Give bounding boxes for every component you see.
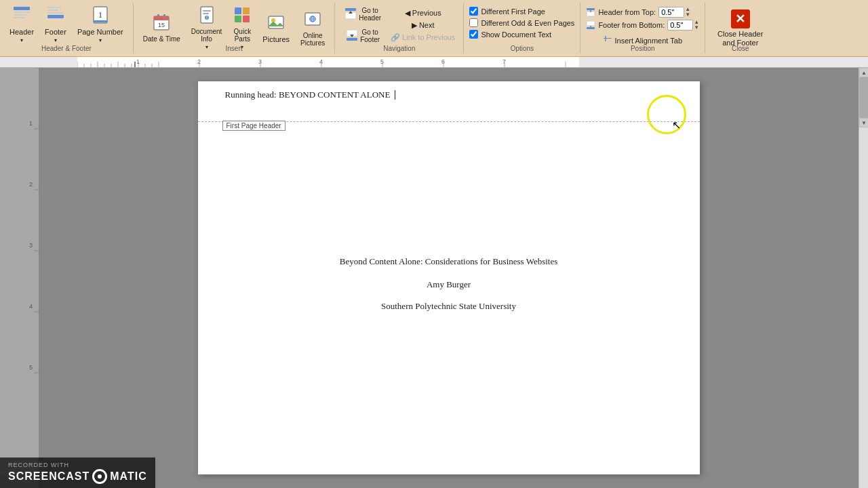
insert-alignment-tab-label: Insert Alignment Tab [615,37,682,45]
different-odd-even-checkbox[interactable] [469,18,478,27]
options-items: Different First Page Different Odd & Eve… [469,4,574,48]
scrollbar-up-arrow[interactable]: ▲ [859,68,868,77]
previous-button[interactable]: ◀ Previous [388,7,458,19]
go-to-header-button[interactable]: Go toHeader [340,4,385,24]
footer-bottom-down-arrow[interactable]: ▼ [694,25,699,30]
footer-button[interactable]: Footer ▾ [41,4,71,45]
svg-rect-41 [587,21,595,26]
ruler-inner: 1 2 3 4 5 6 7 [77,57,579,67]
svg-rect-10 [94,20,107,22]
position-group-label: Position [580,45,705,52]
svg-text:2: 2 [29,181,33,188]
svg-rect-38 [587,8,595,10]
date-time-button[interactable]: 15 Date & Time [139,12,184,44]
options-group-label: Options [464,45,580,52]
svg-rect-18 [203,13,209,14]
header-from-top-icon [586,7,595,17]
date-time-label: Date & Time [143,35,180,43]
link-to-previous-button[interactable]: 🔗 Link to Previous [388,32,458,43]
header-label: Header [9,28,34,36]
footer-bottom-spinbox[interactable]: ▲ ▼ [667,20,699,30]
ribbon: Header ▾ Footer ▾ 1 Page Number ▾ Header… [0,0,868,57]
svg-rect-25 [269,16,283,28]
brand-name: SCREENCAST [8,470,90,483]
footer-icon [46,5,65,26]
footer-from-bottom-item: Footer from Bottom: ▲ ▼ [586,20,699,30]
footer-from-bottom-label: Footer from Bottom: [598,21,665,29]
svg-rect-13 [157,14,159,18]
insert-group-label: Insert [134,45,334,52]
scrollbar-down-arrow[interactable]: ▼ [859,118,868,127]
footer-from-bottom-icon [586,20,595,30]
svg-rect-0 [14,7,30,10]
svg-rect-44 [604,38,612,39]
text-cursor [395,90,395,100]
document-area: Running head: BEYOND CONTENT ALONE First… [39,68,859,488]
pictures-button[interactable]: Pictures [258,12,294,45]
document-page: Running head: BEYOND CONTENT ALONE First… [198,81,700,474]
left-margin: 1 2 3 4 5 [0,68,39,488]
previous-icon: ◀ [405,9,410,17]
svg-rect-24 [243,16,250,22]
document-title: Beyond Content Alone: Considerations for… [340,255,558,268]
header-top-down-arrow[interactable]: ▼ [685,12,690,18]
ruler: 1 2 3 4 5 6 7 [0,57,868,68]
next-label: Next [419,21,435,29]
svg-rect-3 [14,17,24,18]
pictures-label: Pictures [262,35,290,43]
svg-rect-32 [345,8,356,11]
different-odd-even-label: Different Odd & Even Pages [481,19,574,27]
first-page-label: First Page Header [222,121,285,131]
header-from-top-item: Header from Top: ▲ ▼ [586,7,699,18]
different-odd-even-option[interactable]: Different Odd & Even Pages [469,18,574,27]
show-document-text-option[interactable]: Show Document Text [469,30,574,39]
header-top-spinbox[interactable]: ▲ ▼ [658,7,690,18]
insert-items: 15 Date & Time i DocumentInfo ▾ QuickPar… [139,4,329,61]
svg-text:15: 15 [158,22,165,28]
different-first-page-checkbox[interactable] [469,7,478,16]
position-group: Header from Top: ▲ ▼ Footer from Bottom:… [580,3,705,54]
insert-alignment-tab-button[interactable]: Insert Alignment Tab [586,33,699,46]
show-document-text-checkbox[interactable] [469,30,478,39]
page-header[interactable]: Running head: BEYOND CONTENT ALONE First… [198,81,700,122]
document-institution: Southern Polytechnic State University [381,301,516,312]
svg-rect-17 [203,10,211,12]
svg-rect-14 [163,14,165,18]
header-text: Running head: BEYOND CONTENT ALONE [225,89,391,100]
svg-rect-4 [47,7,61,8]
svg-rect-36 [347,38,357,41]
go-to-header-label: Go toHeader [359,7,381,22]
svg-rect-22 [243,7,250,14]
nav-left-right: Go toHeader Go toFooter ◀ Previous [340,4,458,46]
goto-buttons: Go toHeader Go toFooter [340,4,385,46]
svg-text:4: 4 [29,303,33,310]
svg-rect-7 [47,15,64,18]
watermark-dot [98,474,102,479]
online-pictures-icon [303,9,322,30]
quick-parts-icon [233,5,252,26]
svg-rect-12 [154,16,169,20]
watermark-circle-icon [92,469,107,484]
page-number-icon: 1 [91,5,110,26]
next-button[interactable]: ▶ Next [388,20,458,31]
header-top-input[interactable] [658,7,684,18]
svg-rect-39 [587,12,595,16]
header-button[interactable]: Header ▾ [5,4,38,45]
footer-bottom-input[interactable] [667,20,693,30]
svg-text:3: 3 [29,242,33,249]
page-number-button[interactable]: 1 Page Number ▾ [73,4,127,45]
navigation-group-label: Navigation [335,45,463,52]
online-pictures-button[interactable]: OnlinePictures [296,8,329,48]
prev-next-stack: ◀ Previous ▶ Next 🔗 Link to Previous [388,7,458,43]
scrollbar-thumb[interactable] [859,77,868,118]
go-to-footer-button[interactable]: Go toFooter [340,26,385,46]
header-footer-group: Header ▾ Footer ▾ 1 Page Number ▾ Header… [0,3,134,54]
show-document-text-label: Show Document Text [481,30,551,39]
quick-parts-label: QuickParts [234,28,252,43]
close-group: ✕ Close Headerand Footer Close [705,3,775,54]
different-first-page-option[interactable]: Different First Page [469,7,574,16]
svg-rect-5 [47,9,58,11]
navigation-group: Go toHeader Go toFooter ◀ Previous [335,3,464,54]
svg-rect-2 [14,14,27,16]
watermark-recorded-with: RECORDED WITH [8,462,147,468]
